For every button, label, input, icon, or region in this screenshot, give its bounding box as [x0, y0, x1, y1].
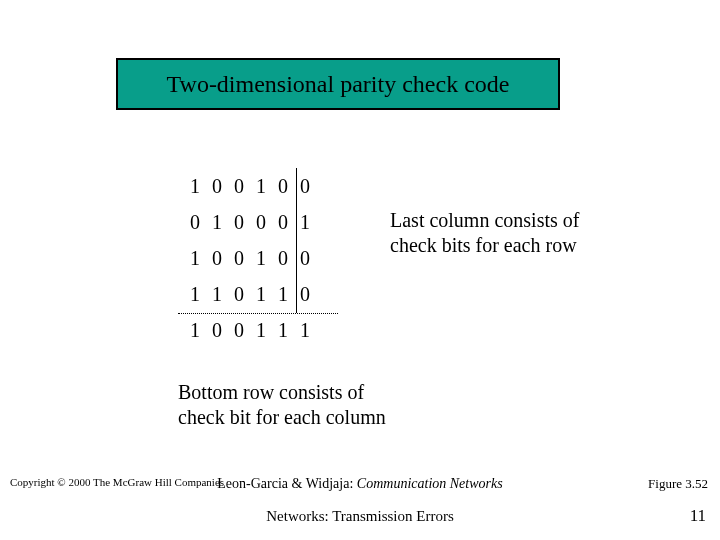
grid-cell: 1	[272, 319, 294, 342]
bottom-explanation-line: check bit for each column	[178, 405, 386, 430]
grid-cell: 0	[228, 211, 250, 234]
grid-row: 1 0 0 1 1 1	[184, 312, 316, 348]
grid-cell: 1	[294, 319, 316, 342]
grid-cell: 1	[250, 283, 272, 306]
grid-cell: 0	[272, 211, 294, 234]
grid-cell: 0	[206, 319, 228, 342]
grid-cell: 0	[228, 175, 250, 198]
grid-cell: 0	[272, 175, 294, 198]
right-explanation-line: Last column consists of	[390, 208, 579, 233]
grid-cell: 1	[206, 211, 228, 234]
bottom-explanation-line: Bottom row consists of	[178, 380, 386, 405]
grid-cell: 1	[272, 283, 294, 306]
column-separator	[296, 168, 297, 313]
grid-cell: 1	[250, 247, 272, 270]
page-number: 11	[690, 506, 706, 526]
footer-subtitle: Networks: Transmission Errors	[0, 508, 720, 525]
footer-book-title: Communication Networks	[357, 476, 503, 491]
row-separator-dotted	[178, 313, 338, 314]
grid-cell: 1	[184, 319, 206, 342]
grid-cell: 0	[250, 211, 272, 234]
grid-cell: 0	[228, 247, 250, 270]
footer-authors: Leon-Garcia & Widjaja:	[217, 476, 353, 491]
grid-cell: 0	[294, 175, 316, 198]
grid-cell: 1	[250, 319, 272, 342]
grid-cell: 0	[272, 247, 294, 270]
slide-title: Two-dimensional parity check code	[167, 71, 510, 98]
grid-cell: 0	[206, 175, 228, 198]
footer-figure-label: Figure 3.52	[648, 476, 708, 492]
right-explanation-line: check bits for each row	[390, 233, 579, 258]
grid-cell: 0	[228, 319, 250, 342]
slide-title-box: Two-dimensional parity check code	[116, 58, 560, 110]
grid-cell: 0	[184, 211, 206, 234]
grid-cell: 0	[294, 283, 316, 306]
grid-cell: 0	[206, 247, 228, 270]
grid-cell: 0	[228, 283, 250, 306]
grid-cell: 1	[250, 175, 272, 198]
grid-cell: 0	[294, 247, 316, 270]
footer-citation: Leon-Garcia & Widjaja: Communication Net…	[0, 476, 720, 492]
bottom-explanation: Bottom row consists of check bit for eac…	[178, 380, 386, 430]
parity-grid: 1 0 0 1 0 0 0 1 0 0 0 1 1 0 0 1 0 0 1 1 …	[184, 168, 316, 348]
grid-cell: 1	[184, 283, 206, 306]
grid-cell: 1	[184, 175, 206, 198]
right-explanation: Last column consists of check bits for e…	[390, 208, 579, 258]
grid-cell: 1	[206, 283, 228, 306]
grid-cell: 1	[184, 247, 206, 270]
grid-cell: 1	[294, 211, 316, 234]
